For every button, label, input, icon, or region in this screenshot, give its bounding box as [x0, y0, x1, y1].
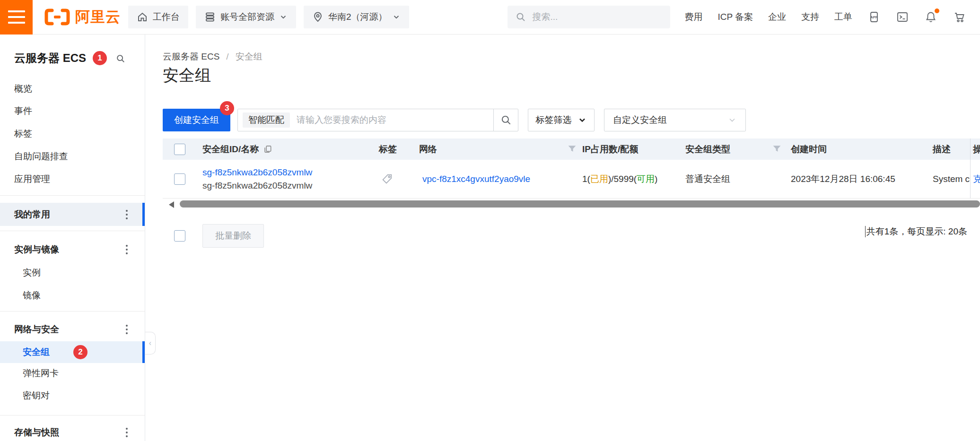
scroll-left-arrow-icon[interactable] [169, 201, 174, 208]
aliyun-logo[interactable]: 阿里云 [44, 7, 121, 27]
kebab-menu-icon[interactable] [126, 428, 128, 437]
sidebar-title-label: 云服务器 ECS [14, 51, 86, 66]
location-pin-icon [312, 11, 324, 23]
sidebar-item-label: 镜像 [23, 289, 41, 302]
type-select-value: 自定义安全组 [613, 114, 727, 126]
sidebar-item-tags[interactable]: 标签 [0, 122, 145, 145]
security-group-id-link[interactable]: sg-f8z5nkwa2b6z058zvmlw [202, 167, 312, 178]
sidebar-section-label: 我的常用 [14, 208, 50, 221]
description-text: System cr [933, 174, 971, 184]
sidebar-item-app-management[interactable]: 应用管理 [0, 168, 145, 190]
security-group-name: sg-f8z5nkwa2b6z058zvmlw [202, 181, 312, 191]
sidebar-section-network-security[interactable]: 网络与安全 [0, 318, 145, 341]
hamburger-menu-icon[interactable] [0, 0, 33, 35]
topbar-link-enterprise[interactable]: 企业 [768, 11, 786, 23]
sidebar: 云服务器 ECS 1 概览 事件 标签 自助问题排查 应用管理 我的常用 实例与… [0, 35, 145, 441]
breadcrumb-current: 安全组 [236, 51, 262, 63]
table-search-input[interactable] [297, 115, 493, 125]
sidebar-item-security-groups[interactable]: 安全组 2 [0, 341, 145, 363]
app-download-icon[interactable]: APP [867, 10, 881, 24]
clone-action-link[interactable]: 克隆 [973, 173, 980, 185]
security-groups-table: 安全组ID/名称 标签 网络 IP占用数/配额 安全组类型 创建时间 [163, 138, 980, 199]
security-group-type-select[interactable]: 自定义安全组 [604, 109, 746, 131]
sidebar-section-favorites[interactable]: 我的常用 [0, 203, 145, 226]
sidebar-section-storage-snapshots[interactable]: 存储与快照 [0, 421, 145, 441]
select-all-checkbox[interactable] [174, 144, 185, 155]
smart-match-chip[interactable]: 智能匹配 [243, 112, 290, 128]
sidebar-item-self-diagnose[interactable]: 自助问题排查 [0, 145, 145, 168]
filter-funnel-icon[interactable] [772, 144, 782, 154]
table-search-box: 智能匹配 [237, 109, 518, 131]
sidebar-divider [0, 311, 145, 311]
column-header-created: 创建时间 [791, 143, 827, 156]
column-header-tag: 标签 [379, 143, 397, 156]
sidebar-collapse-handle[interactable]: ‹ [145, 332, 156, 355]
chevron-down-icon [578, 115, 587, 125]
chevron-down-icon [392, 13, 401, 21]
workbench-button[interactable]: 工作台 [128, 6, 188, 28]
sidebar-item-overview[interactable]: 概览 [0, 78, 145, 100]
topbar-link-billing[interactable]: 费用 [684, 11, 702, 23]
chevron-down-icon [727, 115, 737, 125]
sidebar-item-label: 弹性网卡 [23, 367, 59, 380]
create-security-group-button[interactable]: 创建安全组 3 [163, 109, 230, 131]
sidebar-item-images[interactable]: 镜像 [0, 284, 145, 307]
page-title: 安全组 [163, 65, 211, 86]
sidebar-item-instances[interactable]: 实例 [0, 261, 145, 284]
cart-icon[interactable] [953, 10, 966, 24]
ip-quota-cell: 1(已用)/5999(可用) [582, 160, 657, 198]
filter-funnel-icon[interactable] [567, 144, 577, 154]
region-selector[interactable]: 华南2（河源） [304, 6, 409, 28]
home-icon [137, 11, 148, 23]
annotation-badge-1: 1 [93, 51, 107, 65]
annotation-badge-3: 3 [220, 101, 234, 115]
horizontal-scrollbar[interactable] [163, 200, 980, 209]
security-group-type: 普通安全组 [685, 173, 730, 185]
search-icon [515, 11, 526, 23]
column-header-ip-quota: IP占用数/配额 [582, 143, 638, 156]
vpc-link[interactable]: vpc-f8z1xc4gvxutf2yao9vle [422, 174, 530, 184]
kebab-menu-icon[interactable] [126, 210, 128, 219]
column-header-description: 描述 [933, 143, 951, 156]
sidebar-item-label: 事件 [14, 105, 32, 117]
sidebar-divider [0, 415, 145, 415]
breadcrumb-root[interactable]: 云服务器 ECS [163, 51, 219, 63]
sidebar-item-events[interactable]: 事件 [0, 100, 145, 122]
svg-text:APP: APP [870, 15, 877, 19]
global-search[interactable] [508, 6, 670, 28]
breadcrumb: 云服务器 ECS / 安全组 [163, 51, 262, 63]
topbar-link-icp[interactable]: ICP 备案 [718, 11, 753, 23]
scrollbar-thumb[interactable] [180, 200, 980, 208]
batch-delete-button[interactable]: 批量删除 [202, 224, 264, 248]
text-cursor [865, 226, 866, 237]
tag-filter-dropdown[interactable]: 标签筛选 [528, 109, 595, 131]
topbar-link-tickets[interactable]: 工单 [834, 11, 852, 23]
sidebar-item-label: 概览 [14, 83, 32, 95]
footer-select-checkbox[interactable] [174, 230, 185, 242]
table-search-button[interactable] [493, 109, 518, 131]
table-header: 安全组ID/名称 标签 网络 IP占用数/配额 安全组类型 创建时间 [163, 138, 980, 160]
global-search-input[interactable] [532, 12, 663, 22]
sidebar-search-icon[interactable] [115, 53, 126, 64]
sidebar-item-enis[interactable]: 弹性网卡 [0, 362, 145, 385]
ip-used-label: 已用 [590, 173, 608, 185]
pinned-column-divider [970, 138, 971, 199]
sidebar-item-key-pairs[interactable]: 密钥对 [0, 384, 145, 407]
search-icon [500, 114, 512, 126]
created-time: 2023年12月28日 16:06:45 [791, 173, 895, 185]
row-checkbox[interactable] [174, 173, 185, 185]
sidebar-section-instances-images[interactable]: 实例与镜像 [0, 238, 145, 261]
topbar: 阿里云 工作台 账号全部资源 [0, 0, 980, 35]
tag-icon[interactable] [381, 173, 393, 185]
aliyun-logo-icon [44, 8, 70, 26]
kebab-menu-icon[interactable] [126, 325, 128, 334]
kebab-menu-icon[interactable] [126, 245, 128, 254]
copy-icon[interactable] [263, 145, 272, 154]
topbar-link-support[interactable]: 支持 [801, 11, 819, 23]
all-resources-label: 账号全部资源 [220, 11, 274, 23]
pagination-text: 共有1条，每页显示: 20条 [866, 225, 967, 238]
all-resources-button[interactable]: 账号全部资源 [196, 6, 296, 28]
aliyun-logo-text: 阿里云 [75, 7, 121, 27]
cloudshell-terminal-icon[interactable] [896, 10, 909, 24]
notifications-bell-icon[interactable] [924, 10, 937, 24]
